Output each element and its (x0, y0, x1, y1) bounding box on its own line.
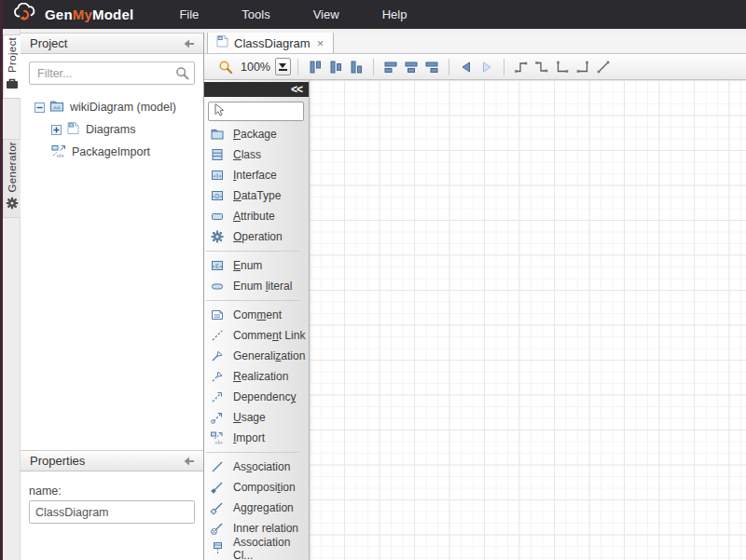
palette-item-label: Realization (233, 370, 288, 383)
palette-item-import[interactable]: «I»Import (204, 428, 309, 448)
interface-icon: «I» (210, 168, 225, 183)
palette-item-label: Operation (233, 230, 283, 243)
composition-icon (210, 480, 225, 495)
comment-link-icon (210, 328, 225, 343)
enum-icon: «E» (210, 258, 225, 273)
selection-tool-button[interactable] (208, 102, 304, 121)
zoom-magnifier-icon[interactable] (215, 57, 236, 77)
tree-node-label: wikiDiagram (model) (70, 101, 176, 114)
align-right-icon[interactable] (346, 57, 366, 77)
usage-icon (210, 410, 225, 425)
tree-node-wikidiagram[interactable]: wikiDiagram (model) (21, 96, 203, 118)
gear-icon (5, 196, 20, 213)
side-tab-project[interactable]: Project (3, 34, 21, 99)
palette-item-aggregation[interactable]: Aggregation (204, 498, 309, 518)
tree-node-packageimport[interactable]: «I»PackageImport (21, 141, 203, 163)
palette-item-label: DataType (233, 189, 281, 202)
menu-items: FileToolsViewHelp (158, 2, 428, 27)
toolbar-separator (449, 59, 449, 75)
cursor-icon (212, 102, 226, 121)
tree-node-label: PackageImport (72, 145, 150, 158)
palette-item-class[interactable]: Class (204, 144, 309, 165)
menu-view[interactable]: View (292, 2, 361, 27)
association-icon (210, 459, 225, 474)
palette-item-label: Composition (233, 481, 296, 494)
palette-item-comment-link[interactable]: Comment Link (204, 325, 309, 346)
palette-separator (206, 300, 299, 301)
diagram-file-icon (66, 121, 80, 138)
cloud-logo-icon (11, 3, 39, 26)
enum-literal-icon (210, 279, 225, 294)
palette-item-label: Enum (233, 259, 262, 272)
zoom-dropdown-button[interactable] (275, 58, 291, 75)
palette-item-usage[interactable]: Usage (204, 407, 309, 428)
tab-close-icon[interactable]: × (316, 37, 325, 49)
brand-name: GenMyModel (45, 7, 133, 22)
align-middle-icon[interactable] (401, 57, 421, 77)
palette-item-label: Enum literal (233, 280, 292, 293)
editor-tabbar: ClassDiagram × (204, 33, 746, 54)
palette-collapse-button[interactable]: << (204, 82, 309, 97)
palette-item-association[interactable]: Association (204, 457, 309, 477)
connector-corner-right-icon[interactable] (573, 57, 593, 77)
palette-item-enum[interactable]: «E»Enum (204, 255, 309, 276)
align-top-icon[interactable] (380, 57, 401, 77)
palette-item-realization[interactable]: Realization (204, 366, 309, 387)
palette-item-datatype[interactable]: «D»DataType (204, 185, 309, 206)
inner-relation-icon (210, 521, 225, 536)
connector-step-down-icon[interactable] (532, 57, 552, 77)
tree-node-label: Diagrams (86, 123, 136, 136)
palette-item-dependency[interactable]: Dependency (204, 387, 309, 407)
palette-item-label: Inner relation (233, 522, 298, 535)
properties-panel-header: Properties (21, 450, 203, 471)
palette-item-label: Association Cl... (233, 536, 309, 560)
menu-file[interactable]: File (158, 2, 220, 27)
palette-item-label: Comment Link (233, 329, 305, 342)
attribute-icon (210, 209, 225, 224)
name-field-label: name: (29, 485, 195, 498)
align-left-icon[interactable] (305, 57, 325, 77)
realization-icon (210, 369, 225, 384)
tab-classdiagram[interactable]: ClassDiagram × (207, 32, 334, 53)
next-icon[interactable] (477, 57, 497, 77)
palette-item-label: Import (233, 431, 265, 444)
palette-item-operation[interactable]: Operation (204, 226, 309, 247)
connector-straight-icon[interactable] (593, 57, 614, 77)
palette-item-label: Usage (233, 411, 266, 424)
palette-item-comment[interactable]: Comment (204, 305, 309, 325)
palette-item-generalization[interactable]: Generalization (204, 346, 309, 366)
palette-item-enum-literal[interactable]: Enum literal (204, 276, 309, 296)
palette-item-label: Aggregation (233, 501, 294, 514)
align-center-icon[interactable] (325, 57, 346, 77)
expand-toggle-icon[interactable] (51, 125, 62, 135)
palette-item-label: Interface (233, 169, 277, 182)
datatype-icon: «D» (210, 188, 225, 203)
align-bottom-icon[interactable] (421, 57, 442, 77)
palette-item-interface[interactable]: «I»Interface (204, 165, 309, 185)
class-icon (210, 147, 225, 162)
side-tab-generator[interactable]: Generator (3, 139, 21, 218)
palette-item-composition[interactable]: Composition (204, 477, 309, 498)
connector-corner-left-icon[interactable] (552, 57, 573, 77)
menu-help[interactable]: Help (361, 2, 429, 27)
collapse-panel-icon[interactable] (181, 37, 196, 50)
project-panel: Project wikiDiagram (model)Diagrams«I»Pa… (21, 33, 204, 560)
palette-item-package[interactable]: Package (204, 124, 309, 144)
palette-item-association-cl[interactable]: Association Cl... (204, 539, 309, 559)
collapse-properties-icon[interactable] (181, 455, 196, 468)
tree-node-diagrams[interactable]: Diagrams (21, 118, 203, 141)
palette-item-attribute[interactable]: Attribute (204, 206, 309, 226)
palette-item-label: Dependency (233, 390, 296, 403)
name-field-input[interactable] (29, 500, 195, 524)
svg-text:«D»: «D» (212, 193, 224, 200)
connector-step-up-icon[interactable] (511, 57, 532, 77)
palette-item-label: Attribute (233, 210, 275, 223)
collapse-toggle-icon[interactable] (35, 102, 45, 113)
svg-text:«I»: «I» (57, 153, 64, 158)
association-class-icon (210, 541, 225, 556)
previous-icon[interactable] (456, 57, 477, 77)
tool-palette: << PackageClass«I»Interface«D»DataTypeAt… (204, 80, 310, 560)
brand-logo[interactable]: GenMyModel (11, 3, 133, 26)
filter-input[interactable] (29, 61, 195, 85)
menu-tools[interactable]: Tools (220, 2, 291, 27)
